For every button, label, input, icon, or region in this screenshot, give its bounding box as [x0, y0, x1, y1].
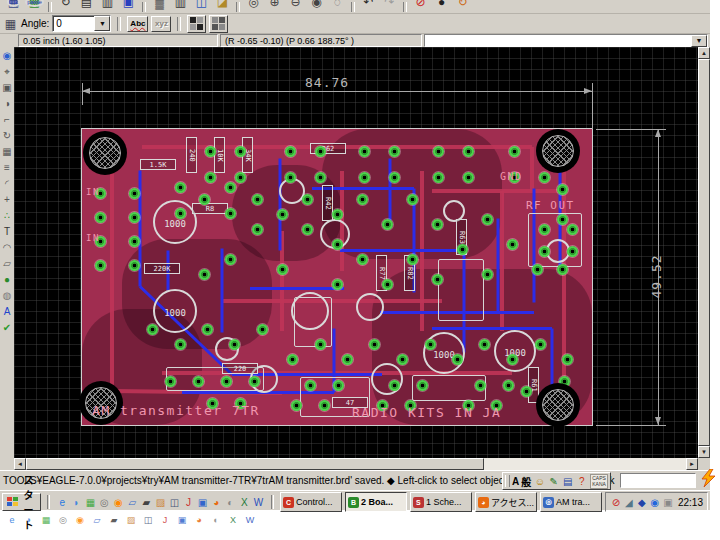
system-tray: ⊘◢◆◉▣ 22:13	[605, 492, 708, 512]
solder-pad	[433, 172, 444, 183]
vertical-scroll-thumb[interactable]	[698, 59, 710, 446]
pcb-board[interactable]: 10001000100010001.5K24010K34KR62R42R8220…	[82, 129, 592, 425]
image-viewer-icon[interactable]: ▨	[154, 495, 167, 509]
ime-tools-icon[interactable]: ☺	[533, 475, 546, 488]
tool-mirror-icon[interactable]: ◑	[1, 96, 14, 112]
open-icon[interactable]: ▤	[76, 0, 97, 13]
internet-explorer-icon[interactable]: e	[56, 495, 69, 509]
globe-icon[interactable]: ◐	[224, 495, 237, 509]
command-input[interactable]: ▼	[424, 34, 708, 47]
paste-module-icon[interactable]: ▩paste	[24, 0, 45, 13]
stop-icon[interactable]: ⊘	[410, 0, 431, 13]
task-board-editor[interactable]: B2 Boa...	[345, 492, 407, 512]
no-entry-icon[interactable]: ⊘	[610, 496, 622, 508]
thin-grid-icon[interactable]: ▓	[149, 0, 170, 13]
shield-icon[interactable]: ◆	[636, 496, 648, 508]
grid-settings-icon[interactable]: ▦	[3, 16, 18, 31]
task-firefox-window[interactable]: ◕アクセス...	[475, 492, 537, 512]
firefox-icon[interactable]: ◕	[210, 495, 223, 509]
zoom-in-icon[interactable]: ⊕	[264, 0, 285, 13]
clock[interactable]: 22:13	[678, 497, 703, 508]
tool-split-icon[interactable]: +	[1, 192, 14, 208]
calendar-icon: ▦	[40, 513, 52, 526]
run-script-icon[interactable]: ↻	[452, 0, 473, 13]
volume-icon[interactable]: ◢	[623, 496, 635, 508]
security-lock-icon[interactable]: ▣	[662, 496, 674, 508]
messenger-icon[interactable]: ◉	[649, 496, 661, 508]
scroll-right-icon[interactable]: ►	[686, 458, 698, 470]
angle-dropdown[interactable]: 0 ▼	[52, 15, 111, 32]
tool-copy-icon[interactable]: ▣	[1, 80, 14, 96]
xyz-button[interactable]: xyz	[151, 16, 171, 32]
control-panel-icon: C	[283, 497, 294, 508]
board-link-icon[interactable]: ▦link	[3, 0, 24, 13]
ime-mode[interactable]: A	[512, 476, 519, 487]
tool-arc-icon[interactable]: ◠	[1, 240, 14, 256]
tool-mark-icon[interactable]: ⌖	[1, 64, 14, 80]
task-schematic-editor[interactable]: S1 Sche...	[410, 492, 472, 512]
ime-toolbar[interactable]: A 般 ☺✎▤? CAPS KANA	[502, 472, 611, 490]
task-control-panel[interactable]: CControl...	[280, 492, 342, 512]
mail-icon[interactable]: ◗	[70, 495, 83, 509]
scroll-left-icon[interactable]: ◄	[14, 458, 26, 470]
redo-icon[interactable]: ↷	[379, 0, 400, 13]
tool-via-icon[interactable]: ●	[1, 272, 14, 288]
media-player-icon[interactable]: ◉	[112, 495, 125, 509]
print-icon[interactable]: ▥	[97, 0, 118, 13]
reload-icon[interactable]: ↻	[55, 0, 76, 13]
ime-pen-icon[interactable]: ✎	[547, 475, 560, 488]
board-canvas[interactable]: 10001000100010001.5K24010K34KR62R42R8220…	[14, 47, 698, 458]
tool-route-icon[interactable]: A	[1, 304, 14, 320]
ime-pad-icon[interactable]: ▤	[561, 475, 574, 488]
horizontal-scrollbar[interactable]: ◄ ►	[14, 458, 698, 470]
excel-icon[interactable]: X	[238, 495, 251, 509]
tool-show-icon[interactable]: ◉	[1, 48, 14, 64]
horizontal-scroll-thumb[interactable]	[26, 458, 484, 470]
tool-change-icon[interactable]: ⌐	[1, 112, 14, 128]
start-button[interactable]: スタート	[2, 493, 41, 511]
vertical-scrollbar[interactable]: ▲ ▼	[698, 47, 710, 458]
word-icon[interactable]: W	[252, 495, 265, 509]
tool-signal-icon[interactable]: ◍	[1, 288, 14, 304]
record-icon[interactable]: ●	[431, 0, 452, 13]
display-icon[interactable]: ◪	[212, 0, 233, 13]
abc-button[interactable]: Abc	[127, 16, 148, 32]
tool-text-icon[interactable]: T	[1, 224, 14, 240]
solder-pad	[559, 376, 570, 387]
task-explorer-window[interactable]: ◎AM tra...	[540, 492, 602, 512]
monitor-icon[interactable]: ▣	[196, 495, 209, 509]
jw-cad-icon[interactable]: J	[182, 495, 195, 509]
search-icon[interactable]: ◎	[98, 495, 111, 509]
zoom-out-icon[interactable]: ⊖	[285, 0, 306, 13]
tool-stack-icon[interactable]: ≡	[1, 160, 14, 176]
show-desktop-icon[interactable]: ▱	[126, 495, 139, 509]
zoom-select-icon[interactable]: ◌	[327, 0, 348, 13]
tool-rotate-icon[interactable]: ↻	[1, 128, 14, 144]
tool-group-icon[interactable]: ▦	[1, 144, 14, 160]
tool-polygon-icon[interactable]: ▱	[1, 256, 14, 272]
layer-settings-icon[interactable]: ◫	[191, 0, 212, 13]
explorer-window-icon: ◎	[543, 497, 554, 508]
scroll-up-icon[interactable]: ▲	[698, 47, 710, 59]
save-icon[interactable]: ▣	[118, 0, 139, 13]
calendar-icon[interactable]: ▦	[84, 495, 97, 509]
tool-via-dots-icon[interactable]: ∴	[1, 208, 14, 224]
caps-kana-button[interactable]: CAPS KANA	[590, 474, 608, 489]
columns-icon[interactable]: ▥	[170, 0, 191, 13]
ratsnest-toggle-icon[interactable]	[187, 15, 206, 33]
zoom-fit-icon[interactable]: ◎	[243, 0, 264, 13]
tool-drc-check-icon[interactable]: ✔	[1, 320, 14, 336]
chevron-down-icon[interactable]: ▼	[691, 35, 707, 47]
undo-icon[interactable]: ↶	[358, 0, 379, 13]
tool-miter-icon[interactable]: ◜	[1, 176, 14, 192]
ime-help-icon[interactable]: ?	[575, 475, 588, 488]
my-computer-icon[interactable]: ◫	[168, 495, 181, 509]
copper-trace-bottom	[250, 287, 344, 290]
floppy-icon[interactable]: ▰	[140, 495, 153, 509]
drag-handle-icon[interactable]	[505, 475, 510, 487]
scroll-down-icon[interactable]: ▼	[698, 446, 710, 458]
chevron-down-icon[interactable]: ▼	[94, 16, 110, 31]
zoom-redraw-icon[interactable]: ◉	[306, 0, 327, 13]
layer-toggle-icon[interactable]	[209, 15, 228, 33]
ime-kanji-mode[interactable]: 般	[521, 474, 531, 489]
